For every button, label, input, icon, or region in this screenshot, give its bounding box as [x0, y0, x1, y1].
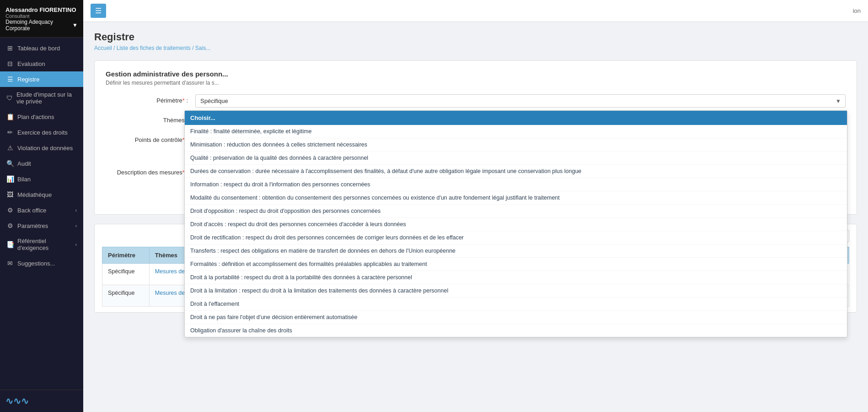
dropdown-item[interactable]: Droit de rectification : respect du droi…: [185, 231, 847, 244]
user-name: Alessandro FIORENTINO: [5, 6, 78, 13]
page-title: Registre: [94, 31, 857, 43]
sidebar-nav: ⊞ Tableau de bord ⊟ Evaluation ☰ Registr…: [0, 38, 83, 390]
dropdown-item[interactable]: Droit à la portabilité : respect du droi…: [185, 271, 847, 284]
mediatheque-icon: 🖼: [6, 191, 14, 198]
dropdown-item[interactable]: Qualité : préservation de la qualité des…: [185, 152, 847, 165]
sidebar-label-suggestions: Suggestions...: [17, 260, 55, 267]
sidebar-label-parametres: Paramètres: [17, 222, 48, 229]
dropdown-overlay: Choisir... Finalité : finalité déterminé…: [184, 110, 847, 337]
back-office-icon: ⚙: [6, 206, 14, 214]
sidebar-item-etude-impact[interactable]: 🛡 Etude d'impact sur la vie privée: [0, 87, 83, 109]
dropdown-item[interactable]: Formalités : définition et accomplisseme…: [185, 258, 847, 271]
sidebar-label-exercice-droits: Exercice des droits: [17, 129, 68, 136]
evaluation-icon: ⊟: [6, 60, 14, 67]
sidebar-label-bilan: Bilan: [17, 176, 31, 183]
user-profile: Alessandro FIORENTINO Consultant Demoing…: [0, 0, 83, 38]
cell-perimetre: Spécifique: [102, 285, 150, 307]
exercice-droits-icon: ✏: [6, 129, 14, 136]
sidebar-label-tableau-de-bord: Tableau de bord: [17, 45, 60, 52]
sidebar-item-violation-donnees[interactable]: ⚠ Violation de données: [0, 140, 83, 156]
chevron-down-icon: ▼: [72, 22, 78, 28]
dropdown-item[interactable]: Droit à ne pas faire l'objet d'une décis…: [185, 311, 847, 324]
chevron-icon-back-office: ‹: [75, 208, 77, 213]
plan-actions-icon: 📋: [6, 113, 14, 120]
sidebar-item-tableau-de-bord[interactable]: ⊞ Tableau de bord: [0, 40, 83, 56]
sidebar-label-referentiel: Référentiel d'exigences: [17, 238, 72, 251]
suggestions-icon: ✉: [6, 260, 14, 267]
topbar-right: ion: [853, 7, 861, 14]
dropdown-item[interactable]: Finalité : finalité déterminée, explicit…: [185, 125, 847, 138]
chevron-icon-referentiel: ‹: [75, 242, 77, 247]
sidebar-item-referentiel[interactable]: 📑 Référentiel d'exigences ‹: [0, 233, 83, 255]
sidebar-label-back-office: Back office: [17, 207, 46, 214]
sidebar-label-etude-impact: Etude d'impact sur la vie privée: [16, 91, 77, 105]
sidebar-item-bilan[interactable]: 📊 Bilan: [0, 171, 83, 187]
points-label: Points de contrôle* :: [106, 134, 188, 143]
topbar: ☰ ion: [83, 0, 868, 22]
breadcrumb-current: Sais...: [195, 45, 210, 51]
user-company[interactable]: Demoing Adequacy Corporate ▼: [5, 19, 78, 32]
bilan-icon: 📊: [6, 175, 14, 183]
audit-icon: 🔍: [6, 160, 14, 167]
form-card-title: Gestion administrative des personn...: [106, 70, 846, 78]
dropdown-item[interactable]: Minimisation : réduction des données à c…: [185, 138, 847, 152]
dropdown-item[interactable]: Transferts : respect des obligations en …: [185, 244, 847, 258]
breadcrumb-home[interactable]: Accueil: [94, 45, 112, 51]
dropdown-item[interactable]: Obligation d'assurer la chaîne des droit…: [185, 324, 847, 337]
etude-impact-icon: 🛡: [6, 94, 13, 102]
form-card-subtitle: Définir les mesures permettant d'assurer…: [106, 80, 846, 86]
perimetre-select-wrapper: Spécifique ▼: [195, 94, 846, 108]
sidebar-item-exercice-droits[interactable]: ✏ Exercice des droits: [0, 125, 83, 140]
page-content: Registre Accueil / Liste des fiches de t…: [83, 22, 868, 412]
sidebar-item-evaluation[interactable]: ⊟ Evaluation: [0, 56, 83, 71]
sidebar-item-parametres[interactable]: ⚙ Paramètres ‹: [0, 218, 83, 233]
perimetre-select[interactable]: Spécifique: [195, 94, 846, 108]
sidebar-item-mediatheque[interactable]: 🖼 Médiathèque: [0, 187, 83, 202]
hamburger-button[interactable]: ☰: [91, 4, 106, 18]
tableau-de-bord-icon: ⊞: [6, 44, 14, 52]
perimetre-label: Périmètre* :: [106, 94, 188, 104]
sidebar-label-plan-actions: Plan d'actions: [17, 114, 54, 120]
dropdown-item[interactable]: Information : respect du droit à l'infor…: [185, 178, 847, 191]
dropdown-item[interactable]: Droit d'accès : respect du droit des per…: [185, 218, 847, 231]
chevron-icon-parametres: ‹: [75, 223, 77, 228]
sidebar-label-mediatheque: Médiathèque: [17, 191, 52, 198]
breadcrumb-list[interactable]: Liste des fiches de traitements: [117, 45, 191, 51]
table-col-header: Périmètre: [102, 247, 150, 264]
dropdown-item[interactable]: Modalité du consentement : obtention du …: [185, 191, 847, 205]
app-logo: ∿∿∿: [5, 396, 78, 407]
sidebar-item-audit[interactable]: 🔍 Audit: [0, 156, 83, 171]
violation-donnees-icon: ⚠: [6, 144, 14, 152]
form-card: Gestion administrative des personn... Dé…: [94, 60, 857, 215]
registre-icon: ☰: [6, 76, 14, 83]
sidebar-label-registre: Registre: [17, 76, 39, 83]
dropdown-item[interactable]: Droit à l'effacement: [185, 298, 847, 311]
sidebar-footer: ∿∿∿: [0, 390, 83, 412]
breadcrumb: Accueil / Liste des fiches de traitement…: [94, 45, 857, 51]
sidebar: Alessandro FIORENTINO Consultant Demoing…: [0, 0, 83, 412]
themes-label: Thèmes :: [106, 114, 188, 124]
user-role: Consultant: [5, 13, 78, 19]
sidebar-item-plan-actions[interactable]: 📋 Plan d'actions: [0, 109, 83, 125]
dropdown-items: Finalité : finalité déterminée, explicit…: [185, 125, 847, 337]
dropdown-header: Choisir...: [185, 111, 847, 125]
topbar-title: ion: [853, 7, 861, 14]
dropdown-item[interactable]: Droit à la limitation : respect du droit…: [185, 284, 847, 298]
sidebar-label-evaluation: Evaluation: [17, 60, 45, 67]
description-label: Description des mesures* :: [106, 166, 188, 176]
dropdown-item[interactable]: Droit d'opposition : respect du droit d'…: [185, 205, 847, 218]
sidebar-label-audit: Audit: [17, 160, 31, 167]
sidebar-item-suggestions[interactable]: ✉ Suggestions...: [0, 255, 83, 271]
sidebar-item-registre[interactable]: ☰ Registre: [0, 71, 83, 87]
dropdown-item[interactable]: Durées de conservation : durée nécessair…: [185, 165, 847, 178]
parametres-icon: ⚙: [6, 222, 14, 229]
sidebar-item-back-office[interactable]: ⚙ Back office ‹: [0, 202, 83, 218]
cell-perimetre: Spécifique: [102, 264, 150, 285]
perimetre-row: Périmètre* : Spécifique ▼: [106, 94, 846, 108]
referentiel-icon: 📑: [6, 241, 14, 248]
sidebar-label-violation-donnees: Violation de données: [17, 145, 73, 152]
main-area: ☰ ion Registre Accueil / Liste des fiche…: [83, 0, 868, 412]
required-marker: *: [182, 97, 185, 104]
